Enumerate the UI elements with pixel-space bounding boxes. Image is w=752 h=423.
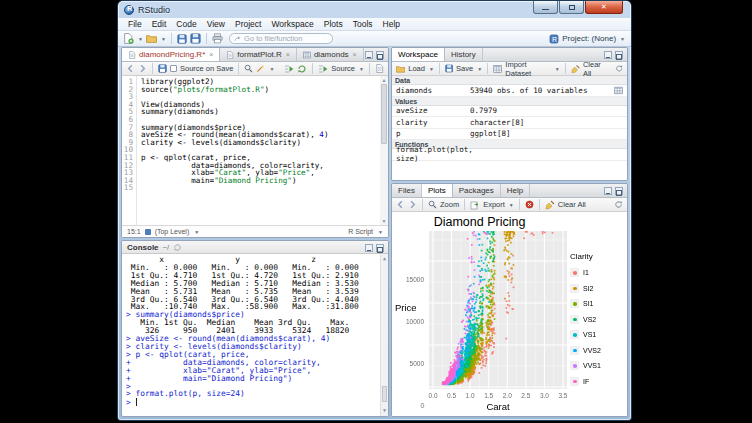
close-button[interactable]: ✕ <box>585 1 623 14</box>
maximize-pane-icon[interactable] <box>376 244 384 252</box>
r-doc-icon <box>226 51 234 59</box>
object-value: 53940 obs. of 10 variables <box>470 86 614 95</box>
view-data-icon[interactable] <box>614 86 623 95</box>
minimize-button[interactable] <box>533 1 558 14</box>
minimize-pane-icon[interactable] <box>365 244 373 252</box>
menu-view[interactable]: View <box>202 19 230 29</box>
minimize-pane-icon[interactable] <box>604 187 612 195</box>
menu-code[interactable]: Code <box>171 19 201 29</box>
source-on-save-checkbox[interactable] <box>170 65 177 72</box>
caret-icon: ▼ <box>620 36 625 42</box>
menu-workspace[interactable]: Workspace <box>266 19 318 29</box>
find-icon[interactable] <box>244 64 253 73</box>
clear-plots-icon[interactable] <box>545 200 555 210</box>
menu-help[interactable]: Help <box>378 19 405 29</box>
save-icon[interactable] <box>158 64 167 73</box>
tab-diamonds[interactable]: diamonds× <box>297 48 364 61</box>
legend-label: I1 <box>583 269 589 276</box>
code-tools-icon[interactable] <box>256 64 265 73</box>
rstudio-logo-icon <box>124 5 134 15</box>
maximize-button[interactable] <box>559 1 584 14</box>
x-tick-label: 2.5 <box>516 392 536 399</box>
menu-edit[interactable]: Edit <box>147 19 172 29</box>
save-label[interactable]: Save <box>456 64 473 73</box>
compile-notebook-icon[interactable] <box>375 64 384 73</box>
export-label[interactable]: Export <box>483 200 505 209</box>
source-button-label[interactable]: Source <box>331 64 355 73</box>
legend-key <box>570 315 579 324</box>
menubar: FileEditCodeViewProjectWorkspacePlotsToo… <box>118 18 631 31</box>
clear-all-icon[interactable] <box>571 64 580 74</box>
import-dataset-icon[interactable] <box>493 64 502 74</box>
tab-files[interactable]: Files <box>392 184 422 197</box>
refresh-icon[interactable] <box>614 200 623 209</box>
close-tab-icon[interactable]: × <box>353 51 357 58</box>
doc-type-label[interactable]: R Script <box>348 228 373 235</box>
forward-icon[interactable] <box>138 64 147 73</box>
object-row-clarity[interactable]: claritycharacter[8] <box>392 117 627 129</box>
tab-help[interactable]: Help <box>501 184 530 197</box>
zoom-label[interactable]: Zoom <box>440 200 459 209</box>
load-workspace-icon[interactable] <box>396 64 405 74</box>
legend-label: SI1 <box>583 300 594 307</box>
console-home-icon[interactable] <box>173 243 182 252</box>
save-icon[interactable] <box>177 34 187 44</box>
maximize-pane-icon[interactable] <box>615 51 623 59</box>
code-text[interactable]: library(ggplot2)source("plots/formatPlot… <box>137 76 380 225</box>
close-tab-icon[interactable]: × <box>209 51 213 58</box>
load-label[interactable]: Load <box>408 64 425 73</box>
object-row-p[interactable]: pggplot[8] <box>392 129 627 141</box>
cursor-position: 15:1 <box>127 228 141 235</box>
caret-icon: ▼ <box>138 36 143 42</box>
export-plot-icon[interactable] <box>470 200 480 210</box>
new-file-icon[interactable] <box>123 33 134 44</box>
next-plot-icon[interactable] <box>408 200 417 209</box>
tab-diamondpricingr[interactable]: diamondPricing.R*× <box>122 48 220 61</box>
console-scrollbar[interactable]: ▲ ▼ <box>380 254 388 416</box>
close-tab-icon[interactable]: × <box>286 51 290 58</box>
run-icon[interactable] <box>284 64 294 74</box>
legend-item-si1: SI1 <box>570 296 601 312</box>
import-dataset-label[interactable]: Import Dataset <box>505 60 550 78</box>
goto-file-box[interactable] <box>229 33 333 44</box>
remove-plot-icon[interactable] <box>525 200 534 209</box>
goto-file-input[interactable] <box>244 34 328 43</box>
refresh-icon[interactable] <box>615 64 623 73</box>
source-icon[interactable] <box>318 64 328 74</box>
rerun-icon[interactable] <box>297 64 307 74</box>
print-icon[interactable] <box>212 33 223 44</box>
legend-key <box>570 268 579 277</box>
scope-label[interactable]: (Top Level) <box>155 228 190 235</box>
open-file-icon[interactable] <box>146 33 157 44</box>
save-all-icon[interactable] <box>190 33 201 44</box>
save-workspace-icon[interactable] <box>445 64 453 73</box>
y-tick-label: 0 <box>392 402 424 409</box>
maximize-pane-icon[interactable] <box>376 51 384 59</box>
object-row-aveSize[interactable]: aveSize0.7979 <box>392 106 627 118</box>
menu-project[interactable]: Project <box>230 19 266 29</box>
minimize-pane-icon[interactable] <box>365 51 373 59</box>
back-icon[interactable] <box>126 64 135 73</box>
project-selector[interactable]: Project: (None) ▼ <box>549 34 625 44</box>
menu-tools[interactable]: Tools <box>348 19 378 29</box>
tab-plots[interactable]: Plots <box>422 184 453 197</box>
console-output[interactable]: ▲ ▼ x y z Min. : 0.000 Min. : 0.000 Min.… <box>122 254 388 416</box>
maximize-pane-icon[interactable] <box>615 187 623 195</box>
tab-formatplotr[interactable]: formatPlot.R× <box>220 48 297 61</box>
code-editor[interactable]: 123456789101112131415 library(ggplot2)so… <box>122 76 388 225</box>
object-row-formatplotplotsize[interactable]: format.plot(plot, size) <box>392 149 627 161</box>
previous-plot-icon[interactable] <box>396 200 405 209</box>
menu-plots[interactable]: Plots <box>319 19 348 29</box>
zoom-plot-icon[interactable] <box>428 200 437 209</box>
titlebar[interactable]: RStudio ✕ <box>118 1 631 18</box>
object-row-diamonds[interactable]: diamonds53940 obs. of 10 variables <box>392 85 627 97</box>
menu-file[interactable]: File <box>123 19 147 29</box>
clear-plots-label[interactable]: Clear All <box>558 200 586 209</box>
minimize-pane-icon[interactable] <box>604 51 612 59</box>
tab-packages[interactable]: Packages <box>453 184 501 197</box>
tab-history[interactable]: History <box>445 48 483 61</box>
tab-workspace[interactable]: Workspace <box>392 48 445 61</box>
tab-label: formatPlot.R <box>237 50 281 59</box>
editor-scrollbar[interactable]: ▲ ▼ <box>380 76 388 225</box>
clear-all-label[interactable]: Clear All <box>583 60 609 78</box>
